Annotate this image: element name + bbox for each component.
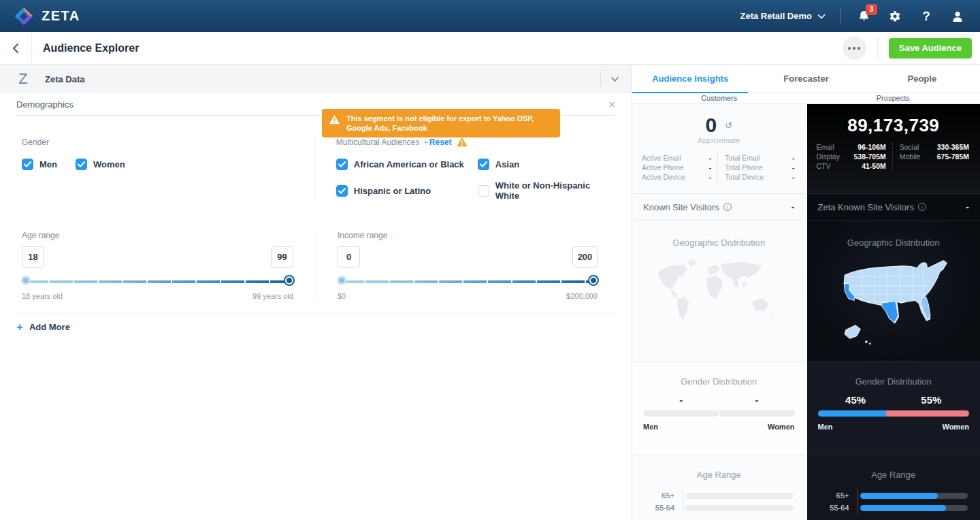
checkbox-box[interactable] [478, 185, 489, 197]
zeta-logo-icon [14, 6, 34, 27]
age-range-title: Age Range [632, 470, 806, 480]
slider-track [341, 280, 594, 283]
navbar-divider [840, 8, 841, 25]
stat-value: 41-50M [862, 161, 886, 171]
plus-icon: + [16, 321, 23, 333]
settings-button[interactable] [887, 9, 902, 24]
income-max-input[interactable] [572, 246, 598, 267]
stat-value: - [709, 163, 712, 172]
women-percentage: 55% [894, 394, 969, 406]
age-range-group: Age range 18 years old 99 years old [16, 231, 316, 300]
income-slider-min-handle[interactable] [338, 276, 346, 285]
more-actions-button[interactable] [843, 36, 866, 60]
page-header: Audience Explorer Save Audience [0, 32, 980, 65]
customers-count-caption: Approximate [632, 136, 806, 144]
stat-value: - [709, 172, 712, 182]
notification-badge: 3 [866, 4, 877, 15]
refresh-icon[interactable]: ↺ [725, 120, 732, 131]
back-button[interactable] [0, 32, 32, 64]
save-audience-button[interactable]: Save Audience [889, 38, 972, 59]
age-bar-fill [860, 493, 938, 499]
checkbox-box[interactable] [336, 159, 348, 170]
stat-value: 675-785M [937, 152, 969, 161]
notifications-button[interactable]: 3 [856, 9, 871, 24]
profile-button[interactable] [950, 9, 965, 24]
stat-label: Active Email [642, 153, 681, 163]
checkbox-label: Women [93, 159, 125, 169]
source-label: Zeta Data [45, 74, 85, 84]
checkbox-label: African American or Black [354, 159, 464, 169]
customers-gender-section: Gender Distribution - - Men Women [632, 361, 806, 455]
men-label: Men [818, 423, 833, 431]
checkbox-hispanic-or-latino[interactable]: Hispanic or Latino [336, 180, 478, 201]
stat-value: - [792, 172, 795, 182]
gender-bar [643, 410, 795, 417]
audience-builder-panel: Z Zeta Data Demographics × This segment … [0, 65, 632, 520]
income-max-caption: $200,000 [566, 292, 598, 300]
state-florida [921, 297, 930, 320]
stat-label: Total Device [725, 172, 764, 182]
gender-filter-group: Gender Men Women [16, 137, 315, 201]
account-switcher[interactable]: Zeta Retail Demo [740, 11, 826, 21]
state-texas [881, 301, 898, 323]
help-button[interactable]: ? [919, 9, 934, 24]
age-bar-fill [860, 505, 947, 511]
customers-count-section: 0 ↺ Approximate Active Email- Active Pho… [632, 104, 806, 193]
us-map [827, 257, 960, 353]
column-headers: Customers Prospects [632, 93, 980, 104]
tab-forecaster[interactable]: Forecaster [748, 65, 864, 93]
gender-bar [818, 410, 970, 417]
add-more-label: Add More [29, 322, 70, 332]
info-icon[interactable]: i [918, 203, 926, 211]
prospects-gender-section: Gender Distribution 45% 55% Men Women [807, 361, 980, 455]
reset-link[interactable]: - Reset [424, 137, 451, 147]
age-slider-max-handle[interactable] [285, 276, 293, 285]
checkbox-white-or-non-hispanic-white[interactable]: White or Non-Hispanic White [478, 180, 615, 201]
multicultural-label: Multicultural Audiences [336, 137, 420, 147]
tab-audience-insights[interactable]: Audience Insights [632, 65, 748, 93]
age-slider-min-handle[interactable] [22, 276, 30, 285]
age-range-slider[interactable] [22, 276, 293, 287]
brand: ZETA [14, 6, 80, 27]
checkbox-women[interactable]: Women [76, 159, 125, 170]
checkbox-box[interactable] [478, 159, 489, 170]
checkbox-men[interactable]: Men [22, 159, 57, 170]
age-range-title: Age Range [807, 470, 980, 480]
age-bucket-label: 65+ [807, 491, 858, 500]
checkbox-box[interactable] [76, 159, 87, 170]
source-bar-divider [600, 71, 601, 86]
warning-text: This segment is not eligible for export … [346, 114, 534, 132]
known-site-visitors-row: Known Site Visitors i - [632, 193, 806, 221]
checkbox-asian[interactable]: Asian [478, 159, 615, 170]
top-navbar: ZETA Zeta Retail Demo 3 ? [0, 0, 980, 32]
men-percentage: 45% [818, 394, 894, 406]
chevron-down-icon[interactable] [610, 76, 619, 82]
income-range-slider[interactable] [338, 276, 598, 287]
close-icon[interactable]: × [608, 99, 615, 110]
checkbox-african-american-or-black[interactable]: African American or Black [336, 159, 478, 170]
age-min-input[interactable] [22, 246, 44, 267]
income-min-input[interactable] [338, 246, 360, 267]
checkbox-label: Asian [495, 159, 519, 169]
geo-title: Geographic Distribution [632, 238, 806, 248]
checkbox-label: White or Non-Hispanic White [495, 180, 615, 201]
age-max-input[interactable] [271, 246, 293, 267]
insights-tabs: Audience Insights Forecaster People [632, 65, 980, 93]
men-value: - [643, 394, 719, 406]
add-more-button[interactable]: + Add More [16, 321, 70, 333]
women-value: - [719, 394, 794, 406]
stat-label: Display [817, 152, 840, 161]
stat-value: 538-705M [853, 152, 885, 161]
age-bar-row: 65+ [632, 489, 806, 502]
customers-age-section: Age Range 65+ 55-64 [632, 455, 806, 520]
income-slider-max-handle[interactable] [589, 276, 598, 285]
tab-people[interactable]: People [864, 65, 980, 93]
info-icon[interactable]: i [723, 203, 732, 211]
checkbox-box[interactable] [22, 159, 33, 170]
stat-value: - [709, 153, 712, 163]
checkbox-label: Hispanic or Latino [354, 186, 431, 196]
zeta-data-source-bar[interactable]: Z Zeta Data [0, 65, 632, 93]
checkbox-label: Men [39, 159, 57, 169]
checkbox-box[interactable] [336, 185, 348, 197]
prospects-count-section: 89,173,739 Email96-106M Display538-705M … [807, 104, 980, 193]
